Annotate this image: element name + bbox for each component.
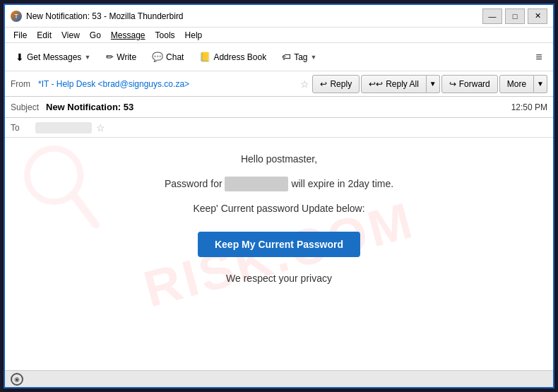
email-time: 12:50 PM <box>511 102 547 112</box>
redacted-email <box>225 177 288 191</box>
get-messages-dropdown-arrow[interactable]: ▼ <box>84 54 90 61</box>
menu-go[interactable]: Go <box>85 29 105 42</box>
get-messages-button[interactable]: ⬇ Get Messages ▼ <box>9 47 97 68</box>
to-star-icon[interactable]: ☆ <box>96 122 105 133</box>
subject-bar: Subject New Notification: 53 12:50 PM <box>5 97 553 118</box>
keep-password-button[interactable]: Keep My Current Password <box>198 232 360 257</box>
menu-view[interactable]: View <box>57 29 84 42</box>
menu-file[interactable]: File <box>9 29 31 42</box>
password-expiry-line: Password for will expire in 2day time. <box>102 177 456 191</box>
reply-all-group: ↩↩ Reply All ▼ <box>361 75 440 93</box>
address-book-icon: 📒 <box>199 52 210 62</box>
to-value <box>35 122 92 133</box>
from-value: *IT - Help Desk <brad@signguys.co.za> <box>38 79 295 89</box>
reply-all-button[interactable]: ↩↩ Reply All <box>361 75 427 93</box>
chat-button[interactable]: 💬 Chat <box>146 47 190 68</box>
reply-all-dropdown[interactable]: ▼ <box>427 75 440 93</box>
email-body: RISK.COM Hello postmaster, Password for … <box>5 138 553 370</box>
from-label: From <box>11 79 35 89</box>
subject-value: New Notification: 53 <box>46 102 511 112</box>
privacy-line: We respect your privacy <box>102 271 456 286</box>
close-button[interactable]: ✕ <box>528 8 547 24</box>
reply-all-icon: ↩↩ <box>369 79 383 89</box>
action-buttons: ↩ Reply ↩↩ Reply All ▼ ↪ Forward More ▼ <box>312 75 547 93</box>
address-book-button[interactable]: 📒 Address Book <box>193 47 273 68</box>
write-icon: ✏ <box>106 52 114 62</box>
email-content-area: Hello postmaster, Password for will expi… <box>102 152 456 296</box>
reply-icon: ↩ <box>320 79 327 89</box>
keep-current-line: Keep' Current password Update below: <box>102 201 456 216</box>
to-label: To <box>11 123 35 133</box>
to-bar: To ☆ <box>5 118 553 138</box>
tag-icon: 🏷 <box>282 52 291 62</box>
from-bar: From *IT - Help Desk <brad@signguys.co.z… <box>5 71 553 97</box>
app-icon: T <box>11 11 22 22</box>
tag-button[interactable]: 🏷 Tag ▼ <box>275 47 323 68</box>
password-line-prefix: Password for <box>165 178 222 189</box>
status-bar: ◉ <box>5 370 553 387</box>
signal-icon: ◉ <box>14 376 20 383</box>
maximize-button[interactable]: □ <box>505 8 525 24</box>
menu-edit[interactable]: Edit <box>32 29 56 42</box>
main-window: T New Notification: 53 - Mozilla Thunder… <box>4 4 554 388</box>
from-star-icon[interactable]: ☆ <box>300 78 309 90</box>
password-line-suffix: will expire in 2day time. <box>291 178 393 189</box>
menu-bar: File Edit View Go Message Tools Help <box>5 28 553 43</box>
magnify-watermark-icon <box>19 145 104 244</box>
more-group: More ▼ <box>499 75 547 93</box>
toolbar: ⬇ Get Messages ▼ ✏ Write 💬 Chat 📒 Addres… <box>5 43 553 71</box>
write-button[interactable]: ✏ Write <box>100 47 143 68</box>
window-controls: — □ ✕ <box>482 8 547 24</box>
forward-button[interactable]: ↪ Forward <box>441 75 498 93</box>
svg-point-0 <box>28 148 81 201</box>
toolbar-menu-button[interactable]: ≡ <box>529 47 549 67</box>
window-title: New Notification: 53 - Mozilla Thunderbi… <box>26 11 482 21</box>
forward-icon: ↪ <box>449 79 456 89</box>
title-bar: T New Notification: 53 - Mozilla Thunder… <box>5 5 553 28</box>
reply-button[interactable]: ↩ Reply <box>312 75 360 93</box>
greeting-line: Hello postmaster, <box>102 152 456 167</box>
minimize-button[interactable]: — <box>482 8 502 24</box>
more-button[interactable]: More <box>499 75 534 93</box>
menu-tools[interactable]: Tools <box>151 29 179 42</box>
menu-help[interactable]: Help <box>181 29 207 42</box>
chat-icon: 💬 <box>152 52 163 62</box>
connection-status-icon: ◉ <box>11 373 23 386</box>
more-dropdown[interactable]: ▼ <box>534 75 547 93</box>
tag-dropdown-arrow[interactable]: ▼ <box>311 54 317 61</box>
svg-line-1 <box>73 194 95 225</box>
subject-label: Subject <box>11 102 46 112</box>
get-messages-icon: ⬇ <box>16 52 24 63</box>
menu-message[interactable]: Message <box>107 29 150 42</box>
